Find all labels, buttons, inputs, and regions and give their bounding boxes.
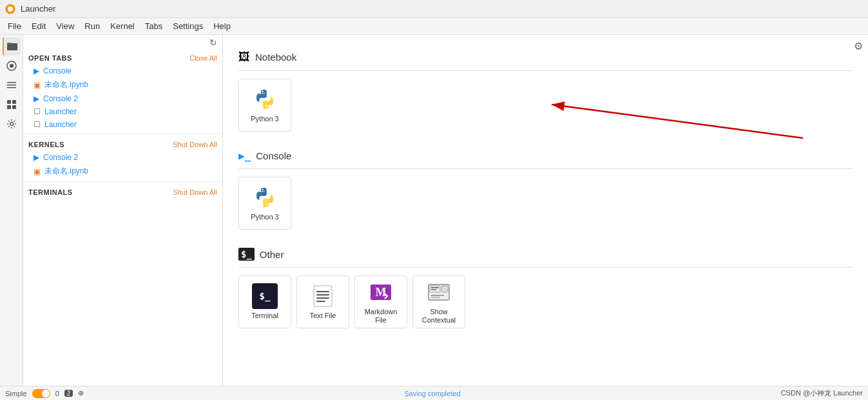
refresh-button[interactable]: ↻ bbox=[207, 36, 220, 49]
console-icon: ▶ bbox=[34, 66, 39, 75]
svg-rect-17 bbox=[316, 297, 329, 299]
menu-settings[interactable]: Settings bbox=[168, 20, 208, 32]
tab-launcher2[interactable]: ☐ Launcher bbox=[23, 118, 222, 131]
app-logo bbox=[5, 4, 15, 14]
kernel-badge: 2 bbox=[64, 390, 73, 397]
svg-point-5 bbox=[10, 64, 14, 68]
launcher-notebook-python3[interactable]: Python 3 bbox=[238, 79, 291, 132]
menu-tabs[interactable]: Tabs bbox=[140, 20, 168, 32]
launcher-console-python3[interactable]: Python 3 bbox=[238, 177, 291, 230]
console-section-header: ▶_ Console bbox=[238, 145, 853, 169]
csdn-info: CSDN @小神龙 Launcher bbox=[781, 388, 863, 398]
kernels-title: KERNELS bbox=[28, 141, 64, 148]
textfile-launcher-icon bbox=[310, 283, 336, 309]
panel-scroll[interactable]: ↻ OPEN TABS Close All ▶ Console ▣ 未命名.ip… bbox=[23, 35, 222, 386]
tab-console-label: Console bbox=[43, 66, 72, 75]
menu-kernel[interactable]: Kernel bbox=[105, 20, 140, 32]
menu-edit[interactable]: Edit bbox=[26, 20, 51, 32]
kernel-console2-icon: ▶ bbox=[34, 153, 39, 162]
menu-view[interactable]: View bbox=[51, 20, 79, 32]
svg-rect-28 bbox=[431, 297, 440, 298]
saving-status: Saving completed bbox=[404, 390, 460, 397]
tab-console2[interactable]: ▶ Console 2 bbox=[23, 92, 222, 105]
kernels-shutdown-all[interactable]: Shut Down All bbox=[173, 141, 217, 148]
python3-notebook-label: Python 3 bbox=[251, 115, 278, 123]
console-section: ▶_ Console bbox=[238, 145, 853, 230]
notebook-section-header: 🖼 Notebook bbox=[238, 45, 853, 71]
tab-launcher1-label: Launcher bbox=[44, 107, 77, 116]
terminal-label: Terminal bbox=[251, 312, 278, 320]
svg-rect-18 bbox=[316, 301, 325, 302]
tab-launcher1[interactable]: ☐ Launcher bbox=[23, 105, 222, 118]
other-items: $_ Terminal Text Fi bbox=[238, 275, 853, 328]
launcher-textfile[interactable]: Text File bbox=[296, 275, 349, 328]
launcher-main: ⚙ 🖼 Notebook bbox=[223, 35, 868, 386]
tab-console[interactable]: ▶ Console bbox=[23, 65, 222, 77]
python3-console-icon bbox=[252, 185, 278, 210]
console2-icon: ▶ bbox=[34, 94, 39, 103]
sidebar-btn-extensions[interactable] bbox=[3, 95, 21, 114]
menu-run[interactable]: Run bbox=[79, 20, 105, 32]
sidebar-btn-folder[interactable] bbox=[3, 37, 21, 55]
markdown-launcher-icon: M bbox=[368, 279, 394, 305]
menu-help[interactable]: Help bbox=[208, 20, 236, 32]
python3-notebook-icon bbox=[252, 86, 278, 112]
svg-rect-11 bbox=[7, 105, 11, 109]
notebook-section-icon: 🖼 bbox=[238, 50, 250, 64]
close-all-button[interactable]: Close All bbox=[189, 54, 217, 62]
kernel-console2[interactable]: ▶ Console 2 bbox=[23, 151, 222, 164]
expand-icon[interactable]: ⊕ bbox=[78, 389, 84, 397]
status-bar: Simple 0 2 ⊕ Saving completed CSDN @小神龙 … bbox=[0, 386, 868, 400]
show-contextual-label: Show Contextual bbox=[418, 308, 459, 325]
kernel-console2-label: Console 2 bbox=[43, 153, 78, 162]
svg-rect-8 bbox=[7, 87, 16, 88]
other-section: $_ Other $_ Terminal bbox=[238, 243, 853, 328]
sidebar-btn-commands[interactable] bbox=[3, 76, 21, 94]
svg-rect-26 bbox=[430, 294, 448, 299]
console-section-icon: ▶_ bbox=[238, 150, 251, 162]
terminals-section: TERMINALS Shut Down All bbox=[23, 185, 222, 199]
python3-console-label: Python 3 bbox=[251, 213, 278, 221]
notebook-section-title: Notebook bbox=[255, 52, 296, 63]
tab-notebook-label: 未命名.ipynb bbox=[44, 79, 88, 90]
status-bar-right: CSDN @小神龙 Launcher bbox=[781, 388, 863, 398]
menu-file[interactable]: File bbox=[3, 20, 26, 32]
svg-point-13 bbox=[10, 123, 13, 126]
svg-rect-10 bbox=[12, 100, 16, 104]
status-bar-left: Simple 0 2 ⊕ bbox=[5, 389, 84, 398]
svg-rect-6 bbox=[7, 82, 16, 83]
sidebar-btn-settings[interactable] bbox=[3, 115, 21, 133]
file-panel: ↻ OPEN TABS Close All ▶ Console ▣ 未命名.ip… bbox=[23, 35, 223, 386]
tab-notebook[interactable]: ▣ 未命名.ipynb bbox=[23, 77, 222, 92]
terminals-shutdown-all[interactable]: Shut Down All bbox=[173, 188, 217, 196]
other-section-header: $_ Other bbox=[238, 243, 853, 268]
launcher-show-contextual[interactable]: Show Contextual bbox=[412, 275, 465, 328]
sidebar-btn-running[interactable] bbox=[3, 57, 21, 75]
app-title: Launcher bbox=[21, 4, 55, 14]
svg-rect-9 bbox=[7, 100, 11, 104]
svg-rect-24 bbox=[431, 289, 436, 290]
divider-1 bbox=[23, 134, 222, 134]
svg-rect-7 bbox=[7, 85, 16, 86]
kernel-notebook[interactable]: ▣ 未命名.ipynb bbox=[23, 164, 222, 179]
kernel-count: 0 bbox=[55, 390, 59, 397]
launcher-markdown[interactable]: M Markdown File bbox=[354, 275, 407, 328]
right-settings-icon[interactable]: ⚙ bbox=[854, 40, 863, 52]
kernels-section: KERNELS Shut Down All ▶ Console 2 ▣ 未命名.… bbox=[23, 137, 222, 179]
svg-text:M: M bbox=[376, 286, 387, 299]
notebook-icon: ▣ bbox=[34, 81, 41, 90]
svg-rect-2 bbox=[7, 43, 17, 50]
simple-mode-toggle[interactable] bbox=[32, 389, 50, 398]
kernel-notebook-label: 未命名.ipynb bbox=[44, 166, 88, 177]
open-tabs-title: OPEN TABS bbox=[28, 54, 72, 62]
svg-rect-12 bbox=[12, 105, 16, 109]
svg-rect-14 bbox=[314, 286, 332, 306]
launcher-terminal[interactable]: $_ Terminal bbox=[238, 275, 291, 328]
tab-console2-label: Console 2 bbox=[43, 94, 78, 103]
notebook-items: Python 3 bbox=[238, 79, 853, 132]
toggle-track[interactable] bbox=[32, 389, 50, 398]
toggle-thumb bbox=[42, 390, 50, 397]
svg-point-1 bbox=[8, 6, 13, 12]
launcher2-icon: ☐ bbox=[34, 120, 41, 129]
terminal-launcher-icon: $_ bbox=[252, 283, 278, 309]
